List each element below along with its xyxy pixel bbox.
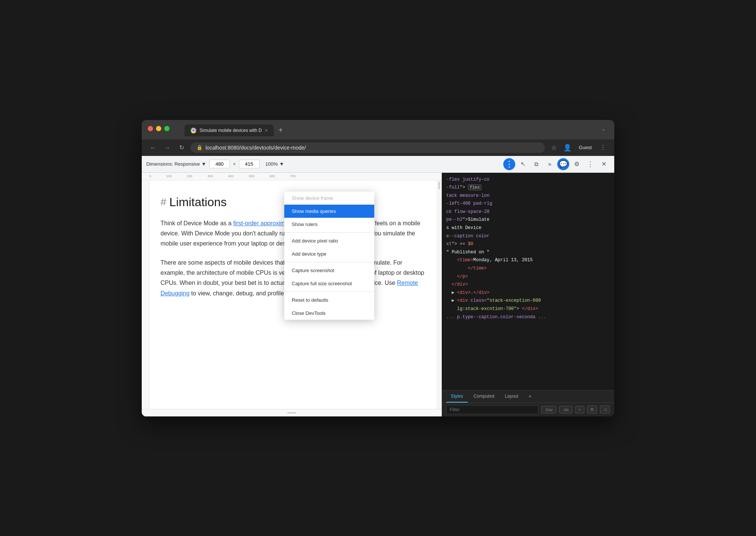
devtools-panel: -flex justify-co -full"> flex tack measu… [442,173,614,416]
traffic-lights [148,126,170,131]
class-filter-btn[interactable]: .cls [559,406,572,413]
menu-divider-3 [284,292,374,292]
code-line-8: e--caption color [446,232,610,241]
code-line-1: -flex justify-co [446,176,610,184]
address-icons: ☆ 👤 Guest ⋮ [549,142,608,153]
tab-close-button[interactable]: × [265,128,268,133]
menu-item-show-media-queries[interactable]: Show media queries [284,205,374,218]
profile-icon[interactable]: 👤 [562,142,573,153]
code-line-16: ▶ <div class="stack-exception-600 [446,297,610,305]
zoom-arrow: ▼ [279,161,284,167]
url-text: localhost:8080/docs/devtools/device-mode… [206,145,306,151]
menu-item-capture-full-screenshot[interactable]: Capture full size screenshot [284,277,374,290]
code-line-5: ck flow-space-20 [446,208,610,216]
bottom-tabs: Styles Computed Layout » [442,391,614,403]
code-line-3: tack measure-lon [446,192,610,200]
lock-icon: 🔒 [196,145,202,150]
more-button[interactable]: ⋮ [598,142,608,153]
bookmark-icon[interactable]: ☆ [549,142,559,153]
code-line-11: <time>Monday, April 13, 2015 [446,256,610,265]
address-bar: ← → ↻ 🔒 localhost:8080/docs/devtools/dev… [142,139,614,156]
chat-button[interactable]: 💬 [557,158,569,170]
menu-item-reset-defaults[interactable]: Reset to defaults [284,293,374,307]
reload-button[interactable]: ↻ [176,142,187,153]
code-line-15: ▶ <div>…</div> [446,289,610,297]
ruler-top: 0100200300400500600700 [142,173,442,180]
code-line-12: </time> [446,265,610,273]
more-options-button[interactable]: ⋮ [503,158,515,170]
code-line-10: " Published on " [446,249,610,257]
new-tab-button[interactable]: + [274,124,286,136]
tabs-row: Simulate mobile devices with D × + [184,124,286,136]
scroll-thumb [438,182,440,189]
add-style-btn[interactable]: + [575,406,584,413]
flex-badge[interactable]: flex [468,184,482,190]
code-line-17: lg:stack-excntion-700"> </div> [446,305,610,313]
title-bar: Simulate mobile devices with D × + ⌄ [142,120,614,139]
dropdown-menu: Show device frame Show media queries Sho… [284,192,374,320]
code-line-18: ... p.type--caption.color-seconda ... [446,313,610,322]
dimension-separator: × [233,161,236,167]
height-input[interactable] [239,160,260,168]
hash-symbol: # [160,196,166,208]
code-line-9: xt"> == $0 [446,240,610,249]
menu-item-show-rulers[interactable]: Show rulers [284,218,374,231]
tab-more[interactable]: » [524,391,536,403]
back-button[interactable]: ← [148,142,158,153]
kebab-menu-button[interactable]: ⋮ [584,158,596,170]
devtools-bottom: Styles Computed Layout » :hov .cls + ⧉ ◁ [442,390,614,416]
dimensions-label: Dimensions: Responsive [146,161,200,167]
page-title: Limitations [170,195,227,209]
tab-title: Simulate mobile devices with D [200,128,262,133]
menu-item-add-device-type[interactable]: Add device type [284,247,374,261]
copy-style-btn[interactable]: ⧉ [587,406,597,413]
tab-menu-button[interactable]: ⌄ [602,126,608,135]
more-panels-button[interactable]: » [544,158,556,170]
address-input[interactable]: 🔒 localhost:8080/docs/devtools/device-mo… [190,142,545,153]
menu-divider-1 [284,232,374,233]
main-area: 0100200300400500600700 # Limitations Thi… [142,173,614,416]
devtools-toolbar: Dimensions: Responsive ▼ × 100% ▼ ⋮ ↖ ⧉ … [142,156,614,173]
bottom-filter: :hov .cls + ⧉ ◁ [442,403,614,416]
scrollbar[interactable] [436,180,442,409]
tab-styles[interactable]: Styles [446,391,468,403]
browser-window: Simulate mobile devices with D × + ⌄ ← →… [142,120,614,416]
close-button[interactable] [148,126,153,131]
zoom-select[interactable]: 100% ▼ [266,161,284,167]
dimensions-select[interactable]: Dimensions: Responsive ▼ [146,161,206,167]
device-toggle-button[interactable]: ⧉ [530,158,542,170]
close-devtools-button[interactable]: ✕ [598,158,610,170]
menu-item-add-pixel-ratio[interactable]: Add device pixel ratio [284,234,374,247]
settings-button[interactable]: ⚙ [571,158,583,170]
hover-filter-btn[interactable]: :hov [542,406,556,413]
devtools-actions: ⋮ ↖ ⧉ » 💬 ⚙ ⋮ ✕ [503,158,610,170]
menu-item-capture-screenshot[interactable]: Capture screenshot [284,264,374,277]
menu-item-show-device-frame[interactable]: Show device frame [284,192,374,205]
code-line-14: </div> [446,281,610,289]
width-input[interactable] [209,160,230,168]
code-line-6: pe--h2">Simulate [446,216,610,224]
forward-button[interactable]: → [162,142,172,153]
active-tab[interactable]: Simulate mobile devices with D × [184,124,274,136]
code-line-7: s with Device [446,224,610,232]
html-code-panel: -flex justify-co -full"> flex tack measu… [442,173,614,390]
maximize-button[interactable] [164,126,170,131]
minimize-button[interactable] [156,126,161,131]
code-line-2: -full"> flex [446,184,610,192]
page-content: 0100200300400500600700 # Limitations Thi… [142,173,442,416]
filter-input[interactable] [446,405,538,414]
tab-layout[interactable]: Layout [500,391,523,403]
chrome-icon [190,127,196,133]
menu-divider-2 [284,262,374,262]
zoom-label: 100% [266,161,278,167]
menu-item-close-devtools[interactable]: Close DevTools [284,307,374,320]
ruler-left [142,180,149,409]
inspect-button[interactable]: ↖ [517,158,529,170]
toggle-style-btn[interactable]: ◁ [600,406,610,413]
page-bottom-bar: ═══ [142,409,442,416]
guest-button[interactable]: Guest [576,143,595,152]
code-line-13: </p> [446,273,610,281]
dimensions-arrow: ▼ [201,161,206,167]
code-line-4: -left-400 pad-rig [446,200,610,208]
tab-computed[interactable]: Computed [469,391,499,403]
